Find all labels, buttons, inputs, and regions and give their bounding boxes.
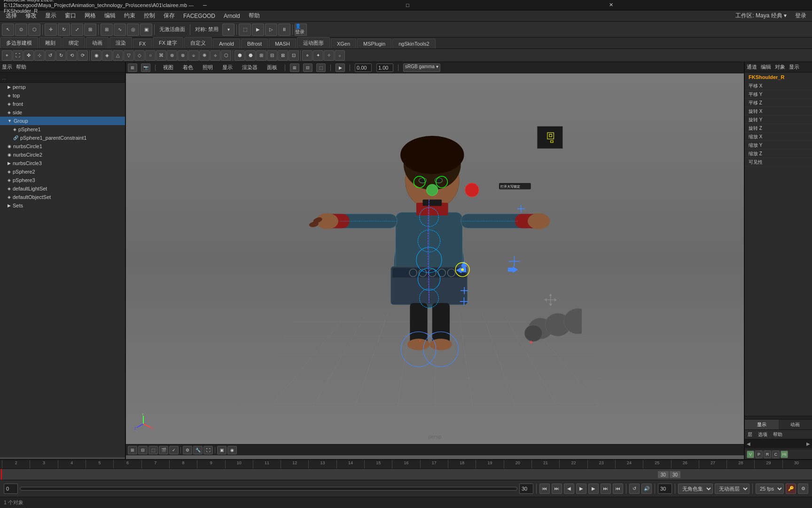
- tool8[interactable]: ⟳: [78, 50, 88, 61]
- tool10[interactable]: ◈: [102, 50, 112, 61]
- channel-translate-z[interactable]: 平移 Z: [745, 99, 812, 107]
- channel-scale-z[interactable]: 缩放 Z: [745, 150, 812, 158]
- menu-window[interactable]: 窗口: [61, 11, 80, 21]
- tool5[interactable]: ↺: [45, 50, 55, 61]
- render-seq-btn[interactable]: ▶: [252, 24, 264, 36]
- tab-ngskin[interactable]: ngSkinTools2: [392, 39, 435, 48]
- prev-frame-btn[interactable]: ◀: [564, 484, 574, 494]
- vp-bottom-btn4[interactable]: 🎬: [159, 446, 168, 454]
- outliner-item-defaultobjectset[interactable]: ◈ defaultObjectSet: [0, 193, 125, 201]
- outliner-item-front[interactable]: ◈ front: [0, 100, 125, 108]
- channel-rotate-z[interactable]: 旋转 Z: [745, 124, 812, 133]
- outliner-item-psphere2[interactable]: ◈ pSphere2: [0, 167, 125, 176]
- tool15[interactable]: ⌘: [156, 50, 166, 61]
- next-key-btn[interactable]: ⏭: [601, 484, 611, 494]
- channel-menu[interactable]: 通道: [747, 64, 757, 71]
- tool6[interactable]: ↻: [56, 50, 66, 61]
- layer-btn-c[interactable]: C: [772, 451, 780, 458]
- pause-btn[interactable]: ⏸: [278, 24, 290, 36]
- snap-view-btn[interactable]: ▣: [140, 24, 152, 36]
- object-menu[interactable]: 对象: [775, 64, 785, 71]
- tool28[interactable]: ⋄: [302, 50, 312, 61]
- tool19[interactable]: ❋: [199, 50, 210, 61]
- snap-curve-btn[interactable]: ∿: [114, 24, 126, 36]
- tool22[interactable]: ⬢: [234, 50, 245, 61]
- tool30[interactable]: ✧: [324, 50, 334, 61]
- tool3[interactable]: ✤: [23, 50, 34, 61]
- tab-arnold[interactable]: Arnold: [213, 39, 240, 48]
- fps-select[interactable]: 25 fps: [756, 484, 784, 494]
- channel-rotate-y[interactable]: 旋转 Y: [745, 116, 812, 124]
- menu-edit[interactable]: 编辑: [101, 11, 119, 21]
- tab-polygon[interactable]: 多边形建模: [0, 37, 38, 48]
- menu-save[interactable]: 保存: [160, 11, 179, 21]
- tab-animate[interactable]: 动画: [86, 37, 109, 48]
- paint-select-btn[interactable]: ⬡: [28, 24, 40, 36]
- layer-btn-hi[interactable]: Hi: [781, 451, 788, 458]
- snap-grid-btn[interactable]: ⊞: [101, 24, 113, 36]
- tab-mash[interactable]: MASH: [269, 39, 296, 48]
- user-account-btn[interactable]: 👤 登录: [295, 24, 307, 36]
- timeline-track[interactable]: 30 30: [0, 469, 812, 480]
- tool14[interactable]: ○: [145, 50, 156, 61]
- tool7[interactable]: ⟲: [67, 50, 77, 61]
- layer-menu-item[interactable]: 层: [745, 430, 755, 439]
- menu-help[interactable]: 帮助: [245, 11, 264, 21]
- tool26[interactable]: ⊠: [278, 50, 288, 61]
- layer-btn-v[interactable]: V: [747, 451, 754, 458]
- outliner-search-input[interactable]: [0, 72, 125, 83]
- anim-settings-btn[interactable]: ⚙: [798, 484, 808, 494]
- timeline-slider[interactable]: [20, 487, 517, 491]
- outliner-item-psphere1-constraint[interactable]: 🔗 pSphere1_parentConstraint1: [0, 134, 125, 142]
- outliner-item-nurbscircle2[interactable]: ◉ nurbsCircle2: [0, 151, 125, 159]
- universal-manip-btn[interactable]: ⊞: [84, 24, 96, 36]
- play-btn[interactable]: ▶: [576, 484, 586, 494]
- viewport-renderer-menu[interactable]: 渲染器: [239, 64, 260, 71]
- layer-btn-r[interactable]: R: [764, 451, 771, 458]
- vp-frame-field[interactable]: 0.00: [355, 64, 372, 72]
- next-frame-btn[interactable]: ▶: [588, 484, 599, 494]
- edit-menu[interactable]: 编辑: [761, 64, 771, 71]
- menu-facegood[interactable]: FACEGOOD: [180, 12, 219, 20]
- option-menu-item[interactable]: 选项: [755, 430, 770, 439]
- channel-translate-x[interactable]: 平移 X: [745, 82, 812, 90]
- character-set-select[interactable]: 无角色集: [678, 484, 713, 494]
- channel-scale-y[interactable]: 缩放 Y: [745, 141, 812, 150]
- outliner-item-defaultlightset[interactable]: ◈ defaultLightSet: [0, 184, 125, 193]
- vp-bottom-btn10[interactable]: ◉: [227, 446, 237, 454]
- tool27[interactable]: ⊡: [289, 50, 299, 61]
- rotate-btn[interactable]: ↻: [58, 24, 70, 36]
- vp-bottom-btn5[interactable]: ✓: [169, 446, 179, 454]
- tool18[interactable]: ⍟: [188, 50, 199, 61]
- tool24[interactable]: ⊞: [256, 50, 266, 61]
- tool9[interactable]: ◉: [91, 50, 102, 61]
- target-dropdown[interactable]: ▾: [222, 24, 234, 36]
- tool17[interactable]: ⊗: [178, 50, 188, 61]
- translate-btn[interactable]: ✛: [45, 24, 57, 36]
- tab-fx[interactable]: FX: [133, 39, 152, 48]
- tool31[interactable]: ⬦: [335, 50, 345, 61]
- tool1[interactable]: ⌖: [2, 50, 12, 61]
- tool29[interactable]: ✦: [313, 50, 323, 61]
- end-frame-indicator1[interactable]: 30: [658, 471, 669, 478]
- tab-bind[interactable]: 绑定: [62, 37, 85, 48]
- tool4[interactable]: ⊹: [34, 50, 45, 61]
- outliner-display-menu[interactable]: 显示: [2, 64, 12, 71]
- tool11[interactable]: △: [113, 50, 123, 61]
- end-frame-indicator2[interactable]: 30: [670, 471, 680, 478]
- menu-display[interactable]: 显示: [41, 11, 60, 21]
- tool12[interactable]: ▽: [124, 50, 134, 61]
- menu-workspace[interactable]: 工作区: Maya 经典 ▾: [732, 11, 790, 21]
- viewport-view-menu[interactable]: 视图: [160, 64, 176, 71]
- end-frame-field[interactable]: 30: [658, 484, 672, 494]
- tool16[interactable]: ⊕: [167, 50, 177, 61]
- vp-bottom-btn7[interactable]: 🔧: [193, 446, 203, 454]
- tool21[interactable]: ⬡: [221, 50, 231, 61]
- tool20[interactable]: ⟡: [210, 50, 220, 61]
- tool23[interactable]: ⬣: [245, 50, 256, 61]
- vp-render-btn[interactable]: ▶: [336, 64, 345, 72]
- outliner-item-nurbscircle1[interactable]: ◉ nurbsCircle1: [0, 142, 125, 151]
- channel-visibility[interactable]: 可见性: [745, 158, 812, 167]
- tab-msplugin[interactable]: MSPlugin: [357, 39, 391, 48]
- viewport-shading-menu[interactable]: 着色: [180, 64, 196, 71]
